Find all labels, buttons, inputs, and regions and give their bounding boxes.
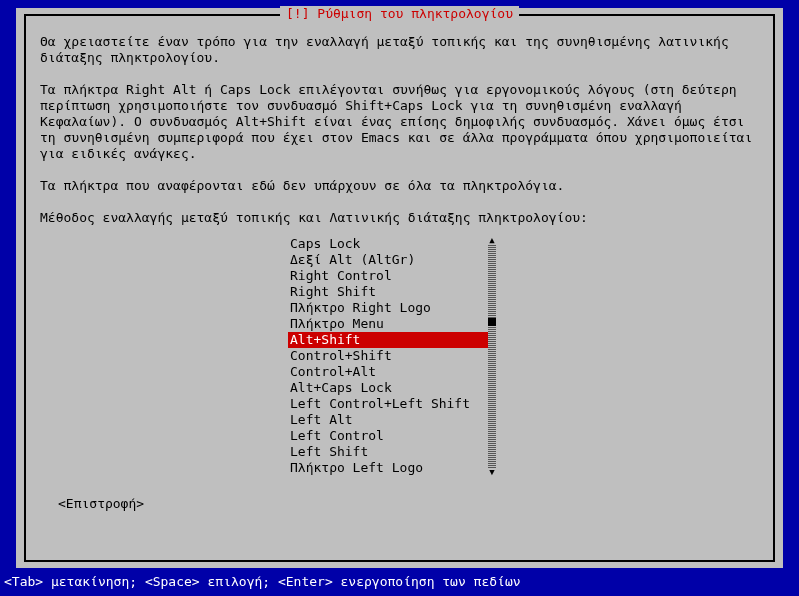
dialog-content: Θα χρειαστείτε έναν τρόπο για την εναλλα… bbox=[40, 34, 759, 554]
dialog-box: [!] Ρύθμιση του πληκτρολογίου Θα χρειαστ… bbox=[16, 8, 783, 568]
scroll-up-icon[interactable]: ▲ bbox=[488, 236, 496, 244]
installer-screen: [!] Ρύθμιση του πληκτρολογίου Θα χρειαστ… bbox=[0, 0, 799, 596]
dialog-frame: [!] Ρύθμιση του πληκτρολογίου Θα χρειαστ… bbox=[24, 14, 775, 562]
paragraph-3: Τα πλήκτρα που αναφέρονται εδώ δεν υπάρχ… bbox=[40, 178, 759, 194]
scrollbar-track[interactable] bbox=[488, 244, 496, 468]
option-item[interactable]: Control+Alt bbox=[288, 364, 488, 380]
option-item[interactable]: Πλήκτρο Left Logo bbox=[288, 460, 488, 476]
option-list[interactable]: Caps LockΔεξί Alt (AltGr)Right ControlRi… bbox=[288, 236, 488, 476]
paragraph-1: Θα χρειαστείτε έναν τρόπο για την εναλλα… bbox=[40, 34, 759, 66]
option-item[interactable]: Πλήκτρο Menu bbox=[288, 316, 488, 332]
footer-hint: <Tab> μετακίνηση; <Space> επιλογή; <Ente… bbox=[4, 574, 521, 590]
option-item[interactable]: Control+Shift bbox=[288, 348, 488, 364]
scrollbar-thumb[interactable] bbox=[488, 318, 496, 326]
option-item[interactable]: Πλήκτρο Right Logo bbox=[288, 300, 488, 316]
option-item[interactable]: Left Control bbox=[288, 428, 488, 444]
paragraph-2: Τα πλήκτρα Right Alt ή Caps Lock επιλέγο… bbox=[40, 82, 759, 162]
option-item[interactable]: Right Control bbox=[288, 268, 488, 284]
option-item[interactable]: Left Control+Left Shift bbox=[288, 396, 488, 412]
option-item[interactable]: Caps Lock bbox=[288, 236, 488, 252]
scrollbar[interactable]: ▲ ▼ bbox=[488, 236, 496, 476]
back-button[interactable]: <Επιστροφή> bbox=[58, 496, 144, 512]
prompt-label: Μέθοδος εναλλαγής μεταξύ τοπικής και Λατ… bbox=[40, 210, 759, 226]
option-item[interactable]: Alt+Shift bbox=[288, 332, 488, 348]
option-item[interactable]: Δεξί Alt (AltGr) bbox=[288, 252, 488, 268]
option-item[interactable]: Left Shift bbox=[288, 444, 488, 460]
dialog-title: [!] Ρύθμιση του πληκτρολογίου bbox=[280, 6, 519, 22]
option-item[interactable]: Left Alt bbox=[288, 412, 488, 428]
option-item[interactable]: Alt+Caps Lock bbox=[288, 380, 488, 396]
option-list-wrap: Caps LockΔεξί Alt (AltGr)Right ControlRi… bbox=[288, 236, 508, 476]
option-item[interactable]: Right Shift bbox=[288, 284, 488, 300]
scroll-down-icon[interactable]: ▼ bbox=[488, 468, 496, 476]
